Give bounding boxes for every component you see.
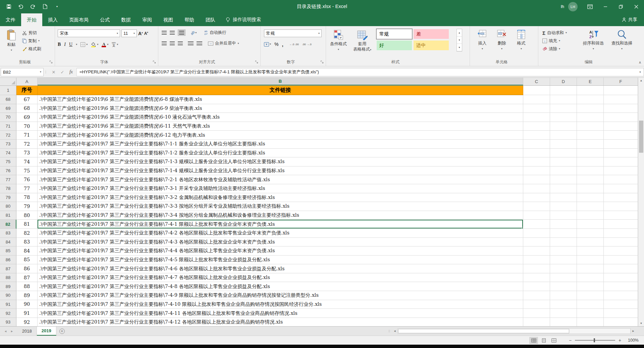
cell-F92[interactable] — [604, 309, 638, 318]
row-header-72[interactable]: 72 — [0, 131, 16, 140]
number-dialog-launcher-icon[interactable] — [320, 60, 324, 64]
cell-D90[interactable] — [550, 291, 577, 300]
increase-decimal-button[interactable]: ←.0 .00 — [289, 43, 299, 46]
name-box[interactable]: B82 ▾ — [1, 68, 44, 76]
cell-A90[interactable]: 89 — [16, 291, 38, 300]
clear-button[interactable]: 清除 ▾ — [541, 45, 568, 53]
cell-F91[interactable] — [604, 300, 638, 309]
vertical-scrollbar[interactable]: ▲ ▼ — [638, 78, 644, 326]
row-header-73[interactable]: 73 — [0, 140, 16, 149]
cell-B72[interactable]: .\中国第三产业统计年鉴2019\6 第三产业能源消费情况\6-12 电力平衡表… — [38, 131, 523, 140]
cell-C80[interactable] — [523, 202, 550, 211]
row-header-83[interactable]: 83 — [0, 229, 16, 238]
cell-C69[interactable] — [523, 104, 550, 113]
font-color-button[interactable]: A ▾ — [102, 42, 108, 47]
cell-E91[interactable] — [577, 300, 604, 309]
cell-B74[interactable]: .\中国第三产业统计年鉴2019\7 第三产业分行业主要指标\7-1-2 服务业… — [38, 149, 523, 158]
cell-D77[interactable] — [550, 175, 577, 184]
underline-button[interactable]: U — [69, 42, 72, 47]
cell-B88[interactable]: .\中国第三产业统计年鉴2019\7 第三产业分行业主要指标\7-4-7 各地区… — [38, 273, 523, 282]
cell-E86[interactable] — [577, 256, 604, 265]
cell-B89[interactable]: .\中国第三产业统计年鉴2019\7 第三产业分行业主要指标\7-4-8 各地区… — [38, 282, 523, 291]
cell-E74[interactable] — [577, 149, 604, 158]
row-header-91[interactable]: 91 — [0, 300, 16, 309]
row-header-82[interactable]: 82 — [0, 220, 16, 229]
row-header-88[interactable]: 88 — [0, 273, 16, 282]
cell-A74[interactable]: 73 — [16, 149, 38, 158]
cell-F84[interactable] — [604, 238, 638, 247]
cell-E84[interactable] — [577, 238, 604, 247]
row-header-90[interactable]: 90 — [0, 291, 16, 300]
conditional-formatting-button[interactable]: ≠ 条件格式 ▾ — [328, 27, 349, 51]
row-header-75[interactable]: 75 — [0, 157, 16, 166]
cell-D76[interactable] — [550, 166, 577, 176]
find-select-button[interactable]: 查找和选择 ▾ — [607, 27, 636, 50]
cell-style-差[interactable]: 差 — [413, 29, 449, 39]
format-as-table-button[interactable]: 套用表格格式▾ — [350, 27, 374, 52]
cell-C93[interactable] — [523, 318, 550, 326]
scroll-left-icon[interactable]: ◄ — [392, 328, 397, 334]
cell-D92[interactable] — [550, 309, 577, 318]
row-header-89[interactable]: 89 — [0, 282, 16, 291]
cell-F71[interactable] — [604, 122, 638, 131]
cell-E69[interactable] — [577, 104, 604, 113]
cell-C82[interactable] — [523, 220, 550, 229]
cell-C79[interactable] — [523, 193, 550, 202]
row-header-92[interactable]: 92 — [0, 309, 16, 318]
cell-F81[interactable] — [604, 211, 638, 220]
cell-F68[interactable] — [604, 95, 638, 104]
insert-cells-button[interactable]: 插入 ▾ — [473, 27, 491, 50]
cell-B91[interactable]: .\中国第三产业统计年鉴2019\7 第三产业分行业主要指标\7-4-10 限额… — [38, 300, 523, 309]
cell-C75[interactable] — [523, 157, 550, 166]
font-name-combo[interactable]: 宋体▾ — [58, 29, 120, 37]
cell-A75[interactable]: 74 — [16, 157, 38, 166]
zoom-slider[interactable] — [575, 340, 615, 341]
scroll-down-icon[interactable]: ▼ — [638, 321, 644, 326]
cell-B87[interactable]: .\中国第三产业统计年鉴2019\7 第三产业分行业主要指标\7-4-6 各地区… — [38, 264, 523, 273]
row-header-71[interactable]: 71 — [0, 122, 16, 131]
enter-icon[interactable]: ✓ — [58, 68, 66, 76]
decrease-decimal-button[interactable]: .00 →.0 — [302, 43, 312, 46]
fill-color-button[interactable]: ▾ — [91, 42, 98, 47]
cell-C74[interactable] — [523, 149, 550, 158]
share-button[interactable]: 共享 — [615, 17, 644, 26]
new-document-icon[interactable] — [42, 3, 48, 10]
cell-F87[interactable] — [604, 264, 638, 273]
cell-B78[interactable]: .\中国第三产业统计年鉴2019\7 第三产业分行业主要指标\7-3-1 开采专… — [38, 184, 523, 193]
cell-D70[interactable] — [550, 113, 577, 122]
column-header-F[interactable]: F — [604, 78, 638, 85]
row-header-78[interactable]: 78 — [0, 184, 16, 193]
cell-C83[interactable] — [523, 229, 550, 238]
cell-style-常规[interactable]: 常规 — [376, 29, 412, 39]
cell-F73[interactable] — [604, 140, 638, 149]
cell-D86[interactable] — [550, 256, 577, 265]
cell-A78[interactable]: 77 — [16, 184, 38, 193]
wrap-text-button[interactable]: abc↵ 自动换行 — [204, 30, 226, 36]
gallery-down-icon[interactable]: ▼ — [457, 37, 462, 44]
cell-E93[interactable] — [577, 318, 604, 326]
cell-C72[interactable] — [523, 131, 550, 140]
row-header-79[interactable]: 79 — [0, 193, 16, 202]
sheet-tab-2018[interactable]: 2018 — [17, 327, 37, 336]
cell-A81[interactable]: 80 — [16, 211, 38, 220]
zoom-slider-thumb[interactable] — [594, 338, 595, 342]
cell-C71[interactable] — [523, 122, 550, 131]
cell-C84[interactable] — [523, 238, 550, 247]
scroll-up-icon[interactable]: ▲ — [638, 78, 644, 83]
cell-D68[interactable] — [550, 95, 577, 104]
scroll-right-icon[interactable]: ► — [631, 328, 636, 334]
cell-C87[interactable] — [523, 264, 550, 273]
cell-F74[interactable] — [604, 149, 638, 158]
ribbon-tab-团队[interactable]: 团队 — [200, 13, 221, 26]
column-header-C[interactable]: C — [523, 78, 550, 85]
cell-E68[interactable] — [577, 95, 604, 104]
cell-E90[interactable] — [577, 291, 604, 300]
align-center-icon[interactable] — [170, 42, 175, 45]
cell-F72[interactable] — [604, 131, 638, 140]
insert-function-icon[interactable]: fx — [67, 68, 75, 76]
decrease-indent-icon[interactable] — [188, 42, 194, 45]
cell-B79[interactable]: .\中国第三产业统计年鉴2019\7 第三产业分行业主要指标\7-3-2 金属制… — [38, 193, 523, 202]
cell-A69[interactable]: 68 — [16, 104, 38, 113]
cell-F88[interactable] — [604, 273, 638, 282]
ribbon-tab-公式[interactable]: 公式 — [94, 13, 115, 26]
